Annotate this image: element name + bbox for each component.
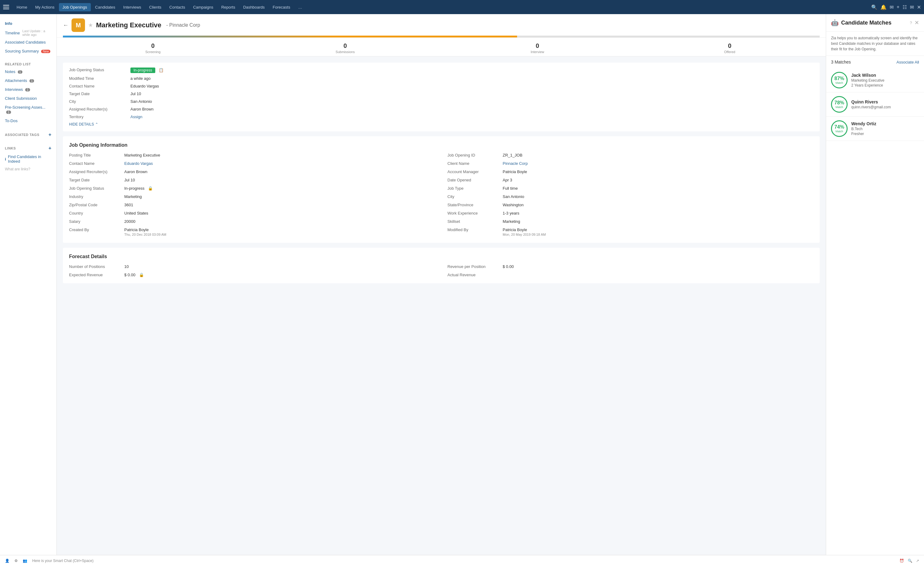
match-percent-2: 74% [834,124,844,130]
nav-home[interactable]: Home [13,3,31,11]
form-row-job-type: Job Type Full time [447,186,813,191]
panel-title: Candidate Matches [841,20,908,26]
territory-assign-link[interactable]: Assign [130,114,142,119]
stage-submissions-count: 0 [252,42,439,50]
nav-brand [3,5,9,9]
add-icon[interactable]: + [897,4,900,10]
sidebar-item-find-candidates[interactable]: i Find Candidates in Indeed [0,152,57,166]
city-value: San Antonio [130,99,152,104]
chevron-up-icon: ⌃ [95,122,98,126]
main-content: ← M ★ Marketing Executive - Pinnacle Cor… [57,14,826,566]
form-row-num-positions: Number of Positions 10 [69,264,435,269]
form-row-recruiter: Assigned Recruiter(s) Aaron Brown [69,170,435,174]
hide-details-button[interactable]: HIDE DETAILS ⌃ [69,122,813,126]
match-name-2[interactable]: Wendy Ortiz [851,121,919,126]
nav-forecasts[interactable]: Forecasts [269,3,294,11]
sidebar-item-sourcing-summary[interactable]: Sourcing Summary New [0,47,57,56]
form-row-revenue-per-position: Revenue per Position $ 0.00 [447,264,813,269]
match-detail-1a: quinn.rivers@gmail.com [851,105,919,109]
mail-icon[interactable]: ✉ [910,4,914,10]
stage-submissions[interactable]: 0 Submissions [249,38,442,56]
info-row-territory: Territory Assign [69,114,813,119]
nav-campaigns[interactable]: Campaigns [189,3,217,11]
close-nav-icon[interactable]: ✕ [917,4,921,10]
notes-badge: 1 [18,70,23,74]
panel-help-icon[interactable]: ? [910,21,912,25]
pre-screening-badge: 1 [6,111,11,114]
bell-icon[interactable]: ✉ [890,4,894,10]
nav-candidates[interactable]: Candidates [92,3,119,11]
sidebar-item-pre-screening[interactable]: Pre-Screening Asses... 1 [0,103,57,116]
record-title: Marketing Executive [96,21,161,29]
sidebar-item-notes[interactable]: Notes 1 [0,67,57,76]
sidebar-item-client-submission[interactable]: Client Submission [0,94,57,103]
form-row-expected-revenue: Expected Revenue $ 0.00 🔒 [69,273,435,277]
job-info-title: Job Opening Information [69,143,813,148]
nav-job-openings[interactable]: Job Openings [59,3,91,11]
nav-my-actions[interactable]: My Actions [32,3,58,11]
stage-offered[interactable]: 0 Offered [634,38,826,56]
info-row-status: Job Opening Status In-progress 📋 [69,68,813,73]
add-tag-button[interactable]: + [48,132,51,138]
sidebar-item-attachments[interactable]: Attachments 1 [0,76,57,85]
target-date-label: Target Date [69,92,130,96]
zia-icon: 🤖 [831,19,839,26]
stage-screening[interactable]: 0 Screening [57,38,249,56]
favorite-star[interactable]: ★ [88,22,93,29]
sidebar-item-timeline[interactable]: Timeline [5,31,20,35]
expand-icon[interactable]: ↗ [916,558,919,563]
nav-contacts[interactable]: Contacts [166,3,189,11]
nav-dashboards[interactable]: Dashboards [239,3,268,11]
nav-reports[interactable]: Reports [218,3,239,11]
sourcing-new-badge: New [41,50,50,53]
nav-clients[interactable]: Clients [146,3,165,11]
associate-all-button[interactable]: Associate All [896,60,919,65]
stage-interview[interactable]: 0 Interview [441,38,634,56]
match-percent-1: 78% [834,100,844,106]
grid-icon[interactable]: ☷ [903,4,907,10]
nav-more[interactable]: … [295,3,306,11]
clock-icon[interactable]: ⏰ [900,558,904,563]
matches-header: 3 Matches Associate All [826,56,924,68]
attachments-badge: 1 [30,79,34,83]
contact-label: Contact Name [69,84,130,89]
hamburger-menu[interactable] [3,5,9,9]
sidebar-item-associated-candidates[interactable]: Associated Candidates [0,38,57,47]
record-header: ← M ★ Marketing Executive - Pinnacle Cor… [57,14,826,57]
sidebar-item-interviews[interactable]: Interviews 1 [0,85,57,94]
form-row-city: City San Antonio [447,194,813,199]
sidebar-section-links: LINKS + i Find Candidates in Indeed What… [0,141,57,174]
panel-description: Zia helps you to automatically screen an… [826,32,924,56]
record-client: - Pinnacle Corp [166,23,200,28]
nav-items: Home My Actions Job Openings Candidates … [13,3,870,11]
record-title-row: ← M ★ Marketing Executive - Pinnacle Cor… [63,18,820,32]
search-bottom-icon[interactable]: 🔍 [908,558,912,563]
app-layout: Info Timeline Last Update : a while ago … [0,14,924,566]
bottom-bar: 👤 ⚙ 👥 Here is your Smart Chat (Ctrl+Spac… [0,555,924,566]
panel-close-button[interactable]: ✕ [915,20,919,26]
form-row-country: Country United States [69,211,435,215]
sidebar-related-list-title: RELATED LIST [0,59,57,67]
match-name-0[interactable]: Jack Wilson [851,73,919,78]
match-name-1[interactable]: Quinn Rivers [851,99,919,104]
city-label: City [69,99,130,104]
sidebar-tags-title: ASSOCIATED TAGS + [0,129,57,139]
copy-icon[interactable]: 📋 [159,68,164,72]
form-row-actual-revenue: Actual Revenue [447,273,813,277]
search-icon[interactable]: 🔍 [871,4,878,10]
match-detail-2b: Fresher [851,132,919,136]
back-button[interactable]: ← [63,22,68,29]
form-row-target-date: Target Date Jul 10 [69,178,435,182]
info-row-recruiter: Assigned Recruiter(s) Aaron Brown [69,107,813,111]
progress-fill [63,36,517,38]
nav-interviews[interactable]: Interviews [120,3,145,11]
notifications-icon[interactable]: 🔔 [880,4,886,10]
detail-body: Job Opening Status In-progress 📋 Modifie… [57,57,826,294]
form-row-status: Job Opening Status In-progress 🔒 [69,186,435,191]
add-link-button[interactable]: + [48,146,51,151]
form-row-posting-title: Posting Title Marketing Executive [69,153,435,158]
sidebar-item-todos[interactable]: To-Dos [0,116,57,125]
quick-info-card: Job Opening Status In-progress 📋 Modifie… [63,63,820,131]
sidebar-item-info[interactable]: Info [0,19,57,28]
right-panel: 🤖 Candidate Matches ? ✕ Zia helps you to… [826,14,924,566]
